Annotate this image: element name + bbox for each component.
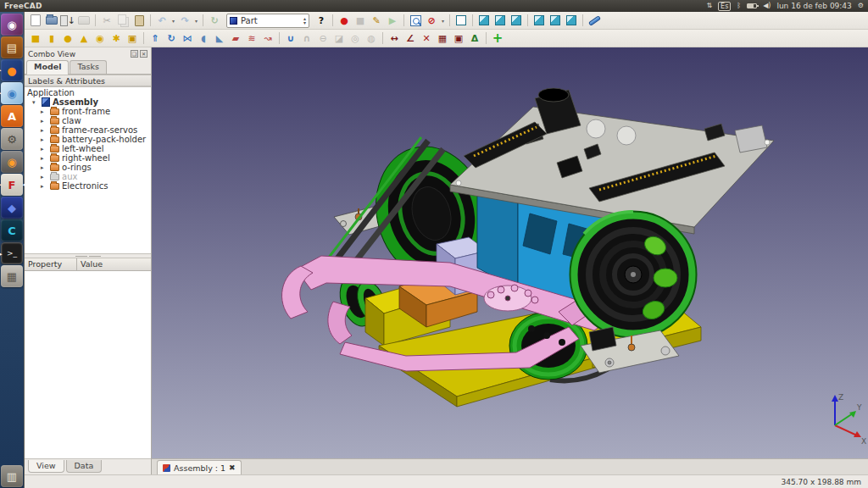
part-extrude-button[interactable]: ⇑	[147, 30, 163, 46]
part-revolve-button[interactable]: ↻	[164, 30, 179, 46]
column-value[interactable]: Value	[77, 258, 151, 270]
part-offset-button[interactable]: ◎	[348, 30, 363, 46]
save-document-button[interactable]: ↓	[60, 13, 75, 28]
panel-undock-button[interactable]: ❏	[131, 50, 138, 58]
macro-edit-button[interactable]: ✎	[369, 13, 384, 28]
launcher-item-dash[interactable]: ◉	[1, 14, 23, 36]
tree-item-claw[interactable]: ▸ claw	[25, 116, 151, 125]
part-box-button[interactable]: ■	[28, 30, 43, 46]
mdi-tab-assembly[interactable]: Assembly : 1 ✖	[157, 460, 242, 474]
part-cone-button[interactable]: ▲	[76, 30, 92, 46]
fit-all-button[interactable]	[408, 13, 423, 28]
refresh-button[interactable]: ↻	[207, 13, 222, 28]
tree-root-application[interactable]: Application	[25, 88, 151, 97]
measure-angular-button[interactable]: ∠	[403, 30, 418, 46]
part-sphere-button[interactable]: ●	[60, 30, 75, 46]
part-section-button[interactable]: ◪	[331, 30, 347, 46]
measure-toggle-all-button[interactable]: ▦	[435, 30, 450, 46]
view-front-button[interactable]	[476, 13, 492, 28]
view-right-button[interactable]	[509, 13, 524, 28]
measure-toggle-delta-button[interactable]: Δ	[467, 30, 482, 46]
part-shape-builder-button[interactable]: ▣	[125, 30, 140, 46]
expand-arrow-icon[interactable]: ▸	[41, 108, 47, 115]
expand-arrow-icon[interactable]: ▸	[41, 155, 47, 162]
draw-style-button[interactable]: ⊘	[424, 13, 439, 28]
view-rear-button[interactable]	[531, 13, 547, 28]
tree-item-battery-pack-holder[interactable]: ▸ battery-pack-holder	[25, 135, 151, 144]
paste-button[interactable]	[131, 13, 147, 28]
expand-arrow-icon[interactable]: ▸	[41, 164, 47, 171]
keyboard-layout-indicator[interactable]: Es	[718, 2, 731, 11]
undo-dropdown[interactable]: ▾	[170, 18, 176, 24]
part-cylinder-button[interactable]: ▮	[44, 30, 59, 46]
network-icon[interactable]: ⇅	[706, 2, 712, 10]
clock[interactable]: lun 16 de feb 09:43	[776, 2, 851, 10]
tree-item-left-wheel[interactable]: ▸ left-wheel	[25, 144, 151, 153]
spinner-arrows[interactable]: ▴ ▾	[303, 16, 306, 25]
tab-view[interactable]: View	[28, 460, 64, 473]
macro-stop-button[interactable]: ■	[353, 13, 368, 28]
draw-style-dropdown[interactable]: ▾	[440, 18, 446, 24]
launcher-item-terminal[interactable]: ▸ >_	[1, 242, 23, 264]
copy-button[interactable]	[115, 13, 131, 28]
view-bottom-button[interactable]	[548, 13, 563, 28]
view-top-button[interactable]	[492, 13, 508, 28]
launcher-item-app-blue[interactable]: ◆	[1, 197, 23, 219]
add-item-button[interactable]: +	[490, 30, 505, 46]
battery-icon[interactable]	[747, 3, 757, 8]
launcher-item-app-a[interactable]: A	[1, 105, 23, 127]
launcher-item-firefox[interactable]: ▸ ●	[1, 59, 23, 81]
launcher-item-app-c[interactable]: C	[1, 219, 23, 241]
expand-arrow-icon[interactable]: ▸	[41, 127, 47, 134]
panel-close-button[interactable]: ✕	[140, 50, 147, 58]
measure-clear-button[interactable]: ✕	[419, 30, 434, 46]
cut-button[interactable]: ✂	[99, 13, 114, 28]
tree-item-right-wheel[interactable]: ▸ right-wheel	[25, 153, 151, 163]
new-document-button[interactable]	[28, 13, 43, 28]
launcher-item-chromium[interactable]: ▸ ◉	[1, 82, 23, 104]
macro-play-button[interactable]: ▶	[385, 13, 400, 28]
expand-arrow-icon[interactable]: ▸	[41, 136, 47, 143]
launcher-item-files[interactable]: ▤	[1, 36, 23, 58]
print-button[interactable]	[76, 13, 92, 28]
expand-arrow-icon[interactable]: ▸	[41, 183, 47, 190]
tree-item-electronics[interactable]: ▸ Electronics	[25, 181, 151, 191]
expand-arrow-icon[interactable]: ▸	[41, 146, 47, 152]
column-property[interactable]: Property	[25, 258, 77, 270]
tree-item-o-rings[interactable]: ▸ o-rings	[25, 163, 151, 172]
whats-this-button[interactable]: ?	[314, 13, 329, 28]
part-fillet-button[interactable]: ◖	[196, 30, 211, 46]
tree-item-assembly[interactable]: ▾ Assembly	[25, 97, 151, 107]
expand-arrow-icon[interactable]: ▸	[41, 174, 47, 180]
open-document-button[interactable]	[44, 13, 59, 28]
part-torus-button[interactable]: ◉	[92, 30, 108, 46]
tab-model[interactable]: Model	[26, 60, 69, 75]
part-union-button[interactable]: ∪	[283, 30, 298, 46]
launcher-item-freecad[interactable]: ▸ F ◂	[1, 174, 23, 196]
bluetooth-icon[interactable]: ᛒ	[737, 2, 741, 10]
tree-item-frame-rear-servos[interactable]: ▸ frame-rear-servos	[25, 125, 151, 135]
launcher-item-system-settings[interactable]: ⚙	[1, 128, 23, 150]
expand-arrow-icon[interactable]: ▾	[32, 99, 39, 106]
launcher-item-software[interactable]: ▦	[1, 265, 23, 287]
view-axonometric-button[interactable]	[453, 13, 469, 28]
expand-arrow-icon[interactable]: ▸	[41, 118, 47, 125]
3d-viewport[interactable]: Z X Y	[152, 47, 868, 458]
tree-item-front-frame[interactable]: ▸ front-frame	[25, 107, 151, 116]
part-cut-button[interactable]: ⊖	[315, 30, 331, 46]
part-ruled-surface-button[interactable]: ▰	[228, 30, 243, 46]
launcher-item-blender[interactable]: ◉	[1, 151, 23, 173]
redo-button[interactable]: ↷	[177, 13, 192, 28]
part-loft-button[interactable]: ≋	[244, 30, 259, 46]
undo-button[interactable]: ↶	[154, 13, 170, 28]
view-left-button[interactable]	[564, 13, 579, 28]
part-common-button[interactable]: ∩	[299, 30, 314, 46]
redo-dropdown[interactable]: ▾	[193, 18, 199, 24]
launcher-item-trash[interactable]: ▥	[1, 465, 23, 487]
session-gear-icon[interactable]: ⚙	[858, 2, 864, 10]
part-primitives-button[interactable]: ✱	[108, 30, 124, 46]
measure-toggle-3d-button[interactable]: ▣	[451, 30, 466, 46]
measurement-pen-button[interactable]	[587, 13, 602, 28]
part-thickness-button[interactable]: ◍	[364, 30, 379, 46]
macro-record-button[interactable]: ●	[337, 13, 352, 28]
